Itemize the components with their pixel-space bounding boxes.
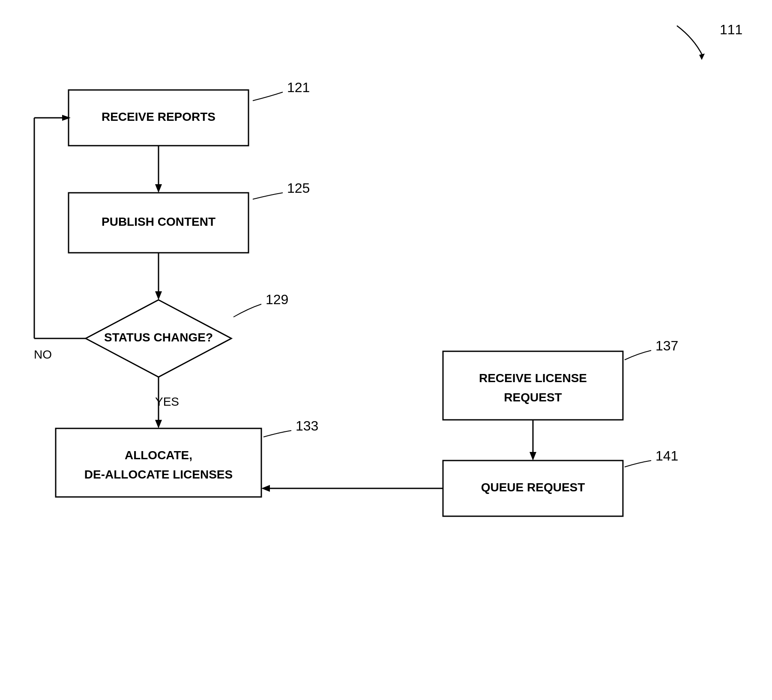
svg-marker-11 (62, 115, 71, 121)
arrow-queue-to-allocate (261, 485, 443, 492)
allocate-box: ALLOCATE, DE-ALLOCATE LICENSES 133 (56, 418, 318, 497)
svg-rect-14 (56, 428, 261, 497)
diagram-container: 111 RECEIVE REPORTS 121 PUBLISH CONTENT … (0, 0, 772, 700)
receive-license-label2: REQUEST (504, 391, 562, 404)
publish-content-label: PUBLISH CONTENT (102, 215, 215, 228)
svg-marker-20 (261, 485, 270, 492)
yes-label: YES (155, 395, 179, 408)
no-label: NO (34, 348, 52, 361)
svg-marker-13 (155, 420, 162, 428)
svg-marker-0 (699, 54, 705, 60)
svg-rect-15 (443, 351, 623, 420)
queue-request-box: QUEUE REQUEST 141 (443, 448, 678, 516)
allocate-label-line2: DE-ALLOCATE LICENSES (84, 468, 233, 481)
publish-content-box: PUBLISH CONTENT 125 (69, 180, 310, 253)
allocate-label-line1: ALLOCATE, (125, 449, 192, 462)
arrow-license-to-queue (530, 420, 536, 461)
status-change-label: STATUS CHANGE? (104, 331, 213, 344)
receive-license-box: RECEIVE LICENSE REQUEST 137 (443, 338, 678, 420)
svg-marker-17 (530, 452, 536, 461)
svg-marker-6 (155, 291, 162, 300)
ref-121: 121 (287, 80, 310, 95)
ref-125: 125 (287, 180, 310, 196)
arrow-publish-to-status (155, 253, 162, 300)
ref-111: 111 (677, 22, 742, 60)
status-change-diamond: STATUS CHANGE? 129 (86, 292, 288, 377)
no-branch: NO (34, 115, 86, 361)
receive-reports-label: RECEIVE REPORTS (102, 110, 215, 123)
ref-111-label: 111 (720, 22, 742, 37)
ref-133: 133 (296, 418, 318, 434)
yes-branch: YES (155, 377, 179, 428)
ref-137: 137 (655, 338, 678, 353)
receive-reports-box: RECEIVE REPORTS 121 (69, 80, 310, 146)
queue-request-label: QUEUE REQUEST (481, 481, 585, 494)
ref-129: 129 (266, 292, 288, 307)
svg-marker-3 (155, 184, 162, 193)
arrow-reports-to-publish (155, 146, 162, 193)
ref-141: 141 (655, 448, 678, 464)
receive-license-label1: RECEIVE LICENSE (479, 371, 587, 385)
